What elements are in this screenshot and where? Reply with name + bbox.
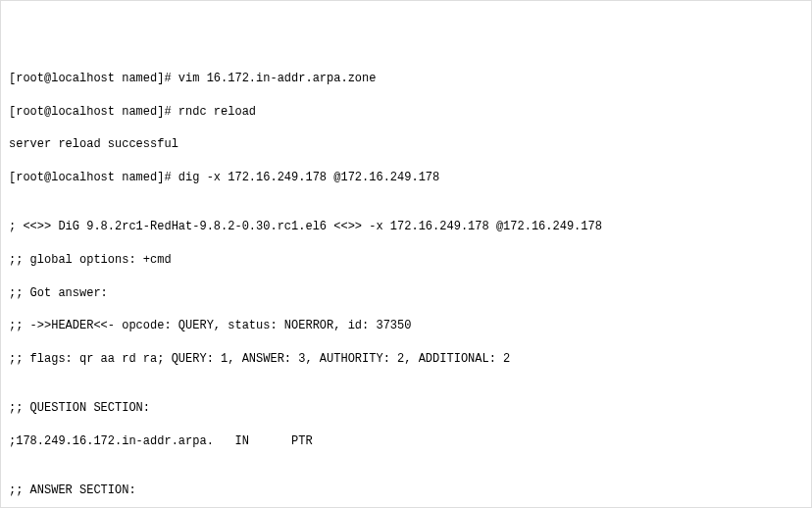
terminal-line-command-dig: [root@localhost named]# dig -x 172.16.24… bbox=[9, 170, 803, 186]
terminal-line-flags: ;; flags: qr aa rd ra; QUERY: 1, ANSWER:… bbox=[9, 351, 803, 368]
terminal-line-dig-version: ; <<>> DiG 9.8.2rc1-RedHat-9.8.2-0.30.rc… bbox=[9, 219, 803, 235]
terminal-line-header: ;; ->>HEADER<<- opcode: QUERY, status: N… bbox=[9, 318, 803, 334]
terminal-line-global-options: ;; global options: +cmd bbox=[9, 252, 803, 269]
terminal-line-output: server reload successful bbox=[9, 136, 803, 153]
terminal-line-command-rndc: [root@localhost named]# rndc reload bbox=[9, 104, 803, 121]
terminal-line-question-record: ;178.249.16.172.in-addr.arpa. IN PTR bbox=[9, 433, 803, 450]
terminal-line-got-answer: ;; Got answer: bbox=[9, 285, 803, 302]
terminal-line-answer-section-header: ;; ANSWER SECTION: bbox=[9, 483, 803, 499]
terminal-line-command-vim: [root@localhost named]# vim 16.172.in-ad… bbox=[9, 71, 803, 87]
terminal-line-question-section-header: ;; QUESTION SECTION: bbox=[9, 400, 803, 417]
